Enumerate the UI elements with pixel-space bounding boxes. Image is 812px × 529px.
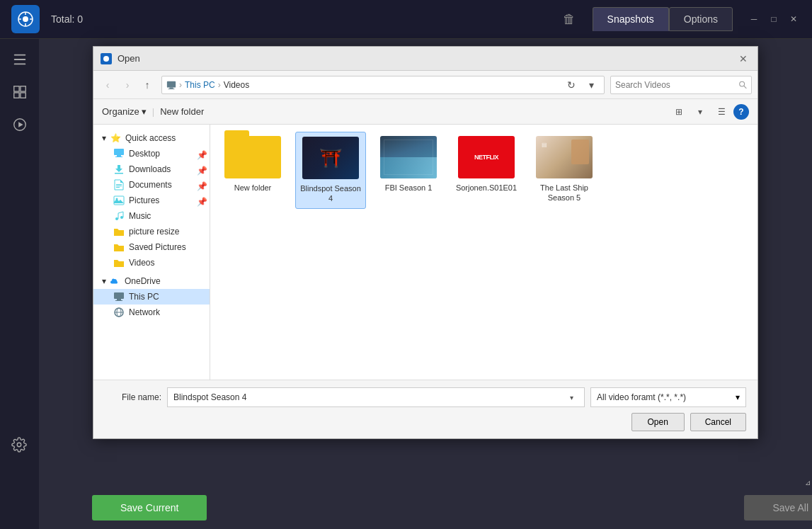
footer-filename-row: File name: Blindspot Season 4 ▾ All vide… — [105, 387, 746, 407]
dialog-action-row: Open Cancel — [105, 413, 746, 431]
window-controls: ─ □ ✕ — [747, 12, 801, 26]
svg-point-32 — [120, 216, 123, 219]
file-item-sorjonen[interactable]: NETFLIX Sorjonen.S01E01 — [451, 132, 522, 209]
bottom-bar: Save Current Save All — [78, 487, 812, 529]
breadcrumb-dropdown[interactable]: ▾ — [583, 76, 600, 93]
svg-rect-10 — [20, 86, 25, 91]
folder-icon — [113, 226, 125, 237]
sidebar-icon-menu[interactable] — [6, 46, 33, 73]
sidebar-item-desktop[interactable]: Desktop 📌 — [93, 146, 210, 161]
sidebar-icon-settings[interactable] — [6, 431, 33, 458]
svg-rect-11 — [13, 93, 18, 98]
filename-input[interactable]: Blindspot Season 4 ▾ — [167, 387, 585, 407]
sidebar-item-downloads[interactable]: Downloads 📌 — [93, 161, 210, 177]
save-current-button[interactable]: Save Current — [92, 495, 207, 521]
pin-icon: 📌 — [197, 166, 204, 173]
svg-rect-18 — [169, 87, 173, 89]
svg-point-20 — [740, 81, 745, 86]
sidebar-item-videos[interactable]: Videos — [93, 255, 210, 271]
refresh-button[interactable]: ↻ — [563, 76, 580, 93]
svg-rect-19 — [168, 89, 175, 89]
file-item-fbi[interactable]: FBI Season 1 — [373, 132, 444, 209]
up-button[interactable]: ↑ — [139, 76, 156, 93]
filename-dropdown[interactable]: ▾ — [564, 388, 578, 406]
view-details-button[interactable]: ☰ — [712, 103, 731, 121]
svg-rect-26 — [116, 184, 122, 185]
sidebar-item-documents[interactable]: Documents 📌 — [93, 177, 210, 193]
search-bar[interactable] — [610, 76, 752, 94]
sidebar-item-saved-pictures[interactable]: Saved Pictures — [93, 239, 210, 255]
close-button[interactable]: ✕ — [787, 12, 801, 26]
new-folder-button[interactable]: New folder — [160, 106, 204, 117]
sidebar-item-network[interactable]: Network — [93, 305, 210, 320]
file-item-lastship[interactable]: ▤ The Last Ship Season 5 — [529, 132, 600, 209]
back-button[interactable]: ‹ — [99, 76, 116, 93]
dialog-footer: File name: Blindspot Season 4 ▾ All vide… — [93, 380, 757, 438]
maximize-button[interactable]: □ — [767, 12, 781, 26]
dialog-close-button[interactable]: ✕ — [736, 52, 750, 66]
file-label: The Last Ship Season 5 — [533, 183, 595, 203]
sidebar-item-quick-access[interactable]: ▾ ⭐ Quick access — [93, 130, 210, 146]
resize-handle[interactable]: ⊿ — [804, 478, 812, 487]
open-dialog: Open ✕ ‹ › ↑ › This PC › Videos — [93, 46, 758, 439]
breadcrumb-videos[interactable]: Videos — [224, 80, 249, 90]
pin-icon: 📌 — [197, 181, 204, 188]
svg-rect-35 — [115, 300, 122, 301]
filename-label: File name: — [105, 392, 161, 402]
file-label: New folder — [234, 183, 272, 193]
svg-rect-12 — [20, 93, 25, 98]
file-item-new-folder[interactable]: New folder — [217, 132, 288, 209]
folder-thumbnail — [224, 136, 281, 178]
help-button[interactable]: ? — [733, 104, 749, 120]
cancel-button[interactable]: Cancel — [690, 413, 746, 431]
sidebar-item-onedrive[interactable]: ▾ OneDrive — [93, 273, 210, 289]
svg-rect-6 — [13, 55, 25, 56]
minimize-button[interactable]: ─ — [747, 12, 761, 26]
video-thumbnail-lastship: ▤ — [536, 136, 593, 178]
tab-options[interactable]: Options — [669, 7, 733, 31]
documents-icon — [113, 179, 125, 190]
svg-rect-23 — [117, 155, 121, 157]
sidebar-item-picture-resize[interactable]: picture resize — [93, 224, 210, 239]
video-thumbnail-fbi — [380, 136, 437, 178]
open-button[interactable]: Open — [631, 413, 685, 431]
svg-rect-28 — [116, 187, 120, 188]
svg-rect-27 — [116, 186, 122, 186]
dialog-body: ▾ ⭐ Quick access Desktop 📌 — [93, 125, 757, 380]
sidebar-item-music[interactable]: Music — [93, 208, 210, 224]
forward-button[interactable]: › — [119, 76, 136, 93]
filetype-select[interactable]: All video foramt (*.*, *.*) ▾ — [590, 387, 746, 407]
svg-rect-8 — [13, 64, 25, 65]
music-icon — [113, 210, 125, 222]
sidebar-item-pictures[interactable]: Pictures 📌 — [93, 193, 210, 208]
view-dropdown-button[interactable]: ▾ — [691, 103, 709, 121]
total-label: Total: 0 — [51, 13, 83, 25]
sidebar-item-this-pc[interactable]: This PC — [93, 289, 210, 305]
dialog-toolbar2: Organize ▾ | New folder ⊞ ▾ ☰ ? — [93, 99, 757, 125]
search-input[interactable] — [615, 80, 736, 90]
svg-rect-33 — [114, 292, 124, 299]
sidebar-icon-layout[interactable] — [6, 79, 33, 106]
svg-marker-14 — [18, 122, 23, 127]
desktop-icon — [113, 148, 125, 159]
trash-icon[interactable]: 🗑 — [563, 12, 576, 27]
svg-point-16 — [103, 56, 109, 62]
tab-snapshots[interactable]: Snapshots — [593, 7, 669, 31]
folder-icon — [113, 241, 125, 253]
onedrive-icon — [110, 276, 120, 286]
top-bar: Total: 0 🗑 Snapshots Options ─ □ ✕ — [0, 0, 812, 39]
sidebar-icon-play[interactable] — [6, 111, 33, 138]
nav-pane: ▾ ⭐ Quick access Desktop 📌 — [93, 125, 210, 380]
file-grid: New folder ⛩️ Blindspot Season 4 — [210, 125, 757, 380]
left-sidebar — [0, 39, 39, 529]
dialog-icon — [101, 53, 112, 64]
pin-icon: 📌 — [197, 197, 204, 204]
organize-button[interactable]: Organize ▾ — [102, 106, 147, 117]
view-grid-button[interactable]: ⊞ — [670, 103, 688, 121]
file-item-blindspot[interactable]: ⛩️ Blindspot Season 4 — [295, 132, 366, 209]
breadcrumb-this-pc[interactable]: This PC — [185, 80, 215, 90]
breadcrumb-bar: › This PC › Videos ↻ ▾ — [161, 76, 605, 94]
save-all-button[interactable]: Save All — [744, 495, 812, 521]
network-icon — [113, 307, 125, 318]
downloads-icon — [113, 164, 125, 175]
